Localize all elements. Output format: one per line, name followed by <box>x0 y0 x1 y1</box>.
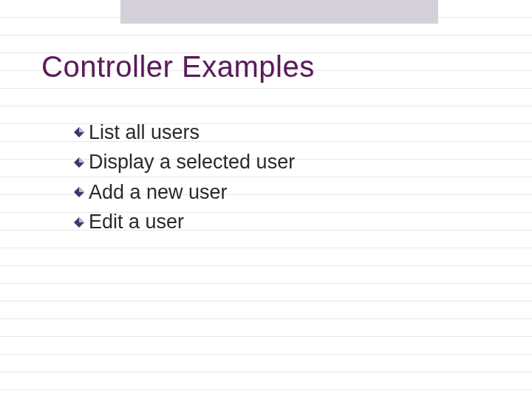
list-item: Display a selected user <box>72 149 532 175</box>
svg-marker-3 <box>79 157 84 163</box>
svg-marker-5 <box>79 187 84 192</box>
diamond-bullet-icon <box>72 216 86 229</box>
bullet-text: Add a new user <box>89 179 228 205</box>
list-item: Edit a user <box>72 208 532 235</box>
diamond-bullet-icon <box>72 156 86 169</box>
list-item: Add a new user <box>72 179 532 205</box>
svg-marker-1 <box>79 127 84 132</box>
slide-title: Controller Examples <box>41 50 532 83</box>
slide-content: Controller Examples List all users Displ… <box>0 0 532 236</box>
svg-marker-7 <box>79 217 84 222</box>
bullet-text: Edit a user <box>89 208 184 235</box>
bullet-text: Display a selected user <box>89 149 295 175</box>
diamond-bullet-icon <box>72 185 86 199</box>
top-decorative-bar <box>120 0 438 24</box>
diamond-bullet-icon <box>72 126 86 139</box>
bullet-text: List all users <box>89 119 200 146</box>
bullet-list: List all users Display a selected user A… <box>41 119 532 236</box>
list-item: List all users <box>72 119 532 146</box>
